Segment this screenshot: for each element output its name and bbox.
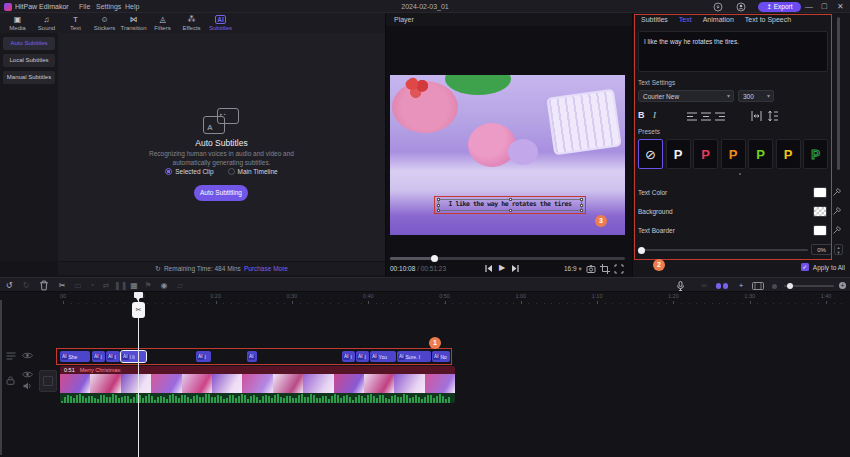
zoom-out-icon[interactable] [772, 284, 777, 289]
next-frame-button[interactable] [511, 264, 520, 273]
link-clips-icon[interactable]: ∞ [698, 280, 710, 291]
text-boarder-picker-icon[interactable] [832, 225, 842, 235]
nav-item-text[interactable]: TText [61, 13, 90, 32]
boarder-slider-handle[interactable] [638, 247, 645, 254]
chroma-key-tool-icon[interactable]: ◉ [158, 280, 170, 291]
nav-item-effects[interactable]: ⁂Effects [177, 13, 206, 32]
subtitle-overlay-text[interactable]: I like the way he rotates the tires [435, 200, 585, 208]
tab-text-to-speech[interactable]: Text to Speech [745, 16, 791, 23]
bold-button[interactable]: B [638, 110, 645, 120]
prev-frame-button[interactable] [484, 264, 493, 273]
video-preview[interactable]: I like the way he rotates the tires 3 [390, 75, 625, 235]
nav-item-stickers[interactable]: ☺Stickers [90, 13, 119, 32]
text-color-picker-icon[interactable] [832, 187, 842, 197]
radio-dot-selected[interactable] [165, 168, 172, 175]
selection-handle[interactable] [509, 209, 512, 212]
boarder-value[interactable]: 0% [811, 244, 832, 255]
tab-subtitles[interactable]: Subtitles [641, 16, 668, 23]
timeline-left-scrollbar[interactable] [0, 300, 2, 455]
background-swatch[interactable] [813, 206, 827, 217]
maximize-button[interactable]: ▢ [821, 2, 828, 10]
sidebar-item-manual-subtitles[interactable]: Manual Subtitles [3, 71, 55, 84]
voiceover-mic-icon[interactable] [676, 281, 685, 291]
nav-item-subtitles[interactable]: AISubtitles [206, 13, 235, 32]
boarder-slider[interactable] [638, 249, 808, 251]
aspect-ratio-dropdown[interactable]: 16:9 ▾ [564, 265, 582, 273]
export-button[interactable]: ↥ Export [758, 2, 801, 12]
text-color-swatch[interactable] [813, 187, 827, 198]
font-size-dropdown[interactable]: 300▾ [738, 90, 774, 102]
selection-handle[interactable] [437, 198, 440, 201]
purchase-more-link[interactable]: Purchase More [244, 265, 288, 272]
nav-item-transition[interactable]: ⋈Transition [119, 13, 148, 32]
preset-yellow[interactable]: P [776, 139, 801, 169]
right-panel-scrollbar[interactable] [837, 17, 840, 170]
preset-none[interactable]: ⊘ [638, 139, 663, 169]
selection-handle[interactable] [580, 204, 583, 207]
video-track-mute-icon[interactable] [23, 382, 32, 390]
sidebar-item-local-subtitles[interactable]: Local Subtitles [3, 54, 55, 67]
line-spacing-icon[interactable] [767, 111, 778, 121]
snapshot-icon[interactable] [586, 264, 596, 274]
reverse-tool-icon[interactable]: ⇄ [100, 280, 112, 291]
selection-handle[interactable] [437, 204, 440, 207]
player-progress-bar[interactable] [390, 257, 625, 260]
redo-icon[interactable]: ↻ [20, 280, 32, 291]
sidebar-item-auto-subtitles[interactable]: Auto Subtitles [3, 37, 55, 50]
tab-text[interactable]: Text [679, 16, 692, 23]
background-picker-icon[interactable] [832, 206, 842, 216]
close-button[interactable]: ✕ [837, 2, 844, 11]
radio-selected-clip[interactable]: Selected Clip [165, 168, 213, 175]
timeline-zoom-handle[interactable] [787, 283, 793, 289]
selection-handle[interactable] [437, 209, 440, 212]
zoom-in-icon[interactable]: + [839, 282, 846, 289]
subtitle-track-eye-icon[interactable] [22, 351, 33, 360]
snapping-magnet-icon[interactable] [716, 282, 728, 290]
letter-spacing-icon[interactable] [751, 111, 762, 121]
tab-animation[interactable]: Animation [703, 16, 734, 23]
playhead-cut-badge[interactable]: ✂ [132, 302, 145, 318]
user-account-icon[interactable] [736, 2, 746, 12]
nav-item-media[interactable]: ▣Media [3, 13, 32, 32]
selection-handle[interactable] [580, 198, 583, 201]
minimize-button[interactable]: — [805, 2, 813, 11]
auto-scroll-icon[interactable]: + [735, 280, 747, 291]
video-clip[interactable]: 0:51 Merry Christmas: [60, 366, 455, 403]
preset-white[interactable]: P [666, 139, 691, 169]
undo-icon[interactable]: ↺ [3, 280, 15, 291]
play-button[interactable]: ▶ [499, 263, 505, 273]
timeline-ruler[interactable]: 000:100:200:300:400:501:001:101:201:301:… [0, 292, 850, 305]
preset-red[interactable]: P [693, 139, 718, 169]
font-family-dropdown[interactable]: Courier New▾ [638, 90, 734, 102]
italic-button[interactable]: I [653, 110, 656, 120]
preset-orange[interactable]: P [721, 139, 746, 169]
refresh-icon[interactable]: ↻ [155, 265, 161, 273]
update-icon[interactable] [713, 2, 723, 12]
speed-tool-icon[interactable]: ◔ [86, 280, 98, 291]
delete-icon[interactable] [38, 280, 50, 291]
selection-handle[interactable] [580, 209, 583, 212]
radio-dot-main-timeline[interactable] [228, 168, 235, 175]
preset-green-outline[interactable]: P [803, 139, 828, 169]
nav-item-filters[interactable]: ◬Filters [148, 13, 177, 32]
video-track-lock-icon[interactable] [6, 376, 15, 385]
video-track-eye-icon[interactable] [22, 370, 33, 379]
selection-handle[interactable] [509, 198, 512, 201]
radio-main-timeline[interactable]: Main Timeline [228, 168, 278, 175]
crop-icon[interactable] [600, 264, 610, 274]
playhead-handle[interactable] [134, 292, 143, 298]
freeze-tool-icon[interactable]: ❚❚ [114, 280, 126, 291]
storyboard-icon[interactable] [752, 282, 764, 290]
align-right-icon[interactable] [715, 112, 725, 121]
text-boarder-swatch[interactable] [813, 225, 827, 236]
track-thumbnail-box[interactable] [39, 370, 57, 392]
nav-item-sound[interactable]: ♫Sound [32, 13, 61, 32]
crop-tool-icon[interactable]: ▭ [72, 280, 84, 291]
mosaic-tool-icon[interactable]: ▦ [128, 280, 140, 291]
split-scissors-icon[interactable]: ✂ [56, 280, 68, 291]
subtitle-text-input[interactable]: I like the way he rotates the tires. [638, 31, 828, 72]
align-left-icon[interactable] [687, 112, 697, 121]
progress-handle[interactable] [431, 255, 438, 262]
auto-subtitling-button[interactable]: Auto Subtitling [194, 185, 248, 201]
timeline-zoom-slider[interactable] [784, 285, 834, 287]
